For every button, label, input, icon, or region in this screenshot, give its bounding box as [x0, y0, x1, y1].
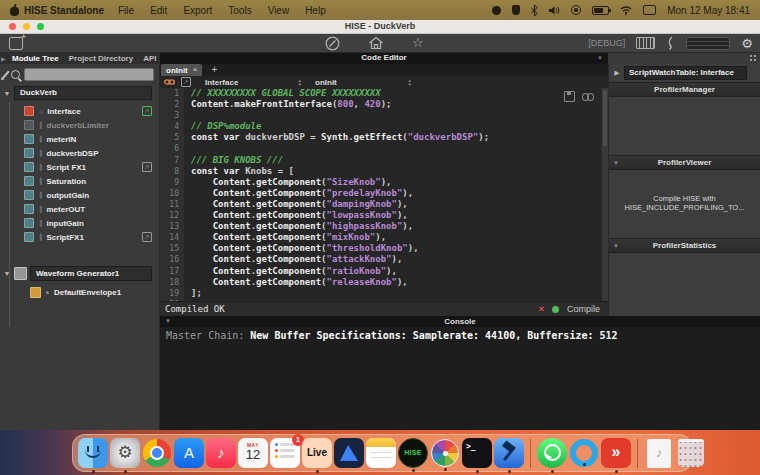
- dock-item-xcode[interactable]: [494, 438, 524, 468]
- dock-item-affinity-designer[interactable]: [334, 438, 364, 468]
- keyboard-icon[interactable]: [636, 37, 655, 49]
- tree-group-row[interactable]: ▼ Waveform Generator1: [0, 266, 159, 281]
- menu-export[interactable]: Export: [183, 5, 212, 16]
- tree-item-DefaultEnvelope1[interactable]: DefaultEnvelope1: [0, 285, 159, 300]
- callback-owner-select[interactable]: Interface ▴▾: [205, 78, 301, 87]
- shield-icon[interactable]: [512, 5, 520, 15]
- open-in-editor-icon[interactable]: ↗: [142, 232, 152, 242]
- tree-item-ScriptFX1[interactable]: ∥ScriptFX1↗: [0, 230, 159, 244]
- tree-item-meterOUT[interactable]: ∥meterOUT: [0, 202, 159, 216]
- dock-item-terminal[interactable]: >_: [462, 438, 492, 468]
- popout-icon[interactable]: ↗: [181, 77, 191, 87]
- code-line[interactable]: 7/// BIG KNOBS ///: [160, 155, 601, 166]
- tree-item-Script-FX1[interactable]: ∥Script FX1↗: [0, 160, 159, 174]
- dock-item-trash[interactable]: [678, 439, 704, 467]
- code-lines[interactable]: 1// XXXXXXXXX GLOBAL SCOPE XXXXXXXXX2Con…: [160, 88, 601, 302]
- tree-item-meterIN[interactable]: ∥meterIN: [0, 132, 159, 146]
- scrollbar-thumb[interactable]: [603, 90, 607, 146]
- code-editor-fold-icon[interactable]: ▼: [597, 55, 603, 61]
- tree-item-Interface[interactable]: ○Interface↗: [0, 104, 159, 118]
- bluetooth-icon[interactable]: [531, 5, 538, 16]
- dock-item-music-file[interactable]: ♪: [647, 439, 671, 468]
- dock-item-calendar[interactable]: MAY12: [238, 438, 268, 468]
- callback-select[interactable]: onInit ▴▾: [315, 78, 411, 87]
- favorites-icon[interactable]: ☆: [412, 36, 424, 50]
- display-icon[interactable]: [643, 5, 656, 15]
- code-line[interactable]: 18 Content.getComponent("releaseKnob"),: [160, 277, 601, 288]
- code-line[interactable]: 4// DSP%module: [160, 121, 601, 132]
- code-line[interactable]: 14 Content.getComponent("mixKnob"),: [160, 232, 601, 243]
- collapse-triangle-icon[interactable]: ▼: [0, 90, 14, 97]
- dock-item-color-wheel-app[interactable]: [431, 439, 459, 467]
- menu-app-name[interactable]: HISE Standalone: [24, 5, 104, 16]
- save-icon[interactable]: [564, 91, 575, 102]
- quill-icon[interactable]: [666, 36, 675, 50]
- dock-item-notes[interactable]: [366, 438, 396, 468]
- search-in-code-icon[interactable]: [582, 93, 594, 100]
- tree-item-duckverbLimiter[interactable]: ∥duckverbLimiter: [0, 118, 159, 132]
- search-icon[interactable]: [11, 70, 20, 79]
- editor-tab-oninit[interactable]: onInit ×: [161, 64, 202, 76]
- screen-record-icon[interactable]: [571, 5, 581, 15]
- code-line[interactable]: 2Content.makeFrontInterface(800, 420);: [160, 99, 601, 110]
- editor-scrollbar[interactable]: [601, 88, 608, 302]
- code-line[interactable]: 9 Content.getComponent("SizeKnob"),: [160, 177, 601, 188]
- dock-item-reminders[interactable]: 1: [270, 438, 300, 468]
- root-module-label[interactable]: DuckVerb: [14, 86, 152, 100]
- code-line[interactable]: 10 Content.getComponent("predelayKnob"),: [160, 188, 601, 199]
- console-fold-icon[interactable]: ▼: [165, 318, 171, 324]
- collapse-triangle-icon[interactable]: ▼: [0, 270, 14, 277]
- open-in-editor-icon[interactable]: ↗: [142, 162, 152, 172]
- collapsed-triangle-icon[interactable]: ▶: [610, 69, 624, 77]
- close-tab-icon[interactable]: ×: [193, 66, 198, 74]
- tab-api[interactable]: API: [143, 54, 156, 63]
- code-line[interactable]: 1// XXXXXXXXX GLOBAL SCOPE XXXXXXXXX: [160, 88, 601, 99]
- collapse-triangle-icon[interactable]: ▼: [613, 160, 619, 166]
- profiler-statistics-header[interactable]: ▼ ProfilerStatistics: [609, 238, 760, 253]
- code-line[interactable]: 13 Content.getComponent("highpassKnob"),: [160, 221, 601, 232]
- tree-search-input[interactable]: [24, 68, 154, 81]
- menubar-clock[interactable]: Mon 12 May 18:41: [667, 5, 750, 16]
- dock-item-app-store[interactable]: A: [174, 438, 204, 468]
- volume-icon[interactable]: [549, 6, 560, 15]
- wifi-icon[interactable]: [620, 6, 632, 15]
- code-line[interactable]: 15 Content.getComponent("thresholdKnob")…: [160, 243, 601, 254]
- dock-item-finder[interactable]: [78, 438, 108, 468]
- menu-tools[interactable]: Tools: [228, 5, 251, 16]
- add-tab-icon[interactable]: +: [211, 64, 217, 76]
- code-line[interactable]: 8const var Knobs = [: [160, 166, 601, 177]
- dock-item-hise[interactable]: HISE: [398, 438, 428, 468]
- console-output[interactable]: Master Chain: New Buffer Specifications:…: [160, 327, 760, 430]
- script-watch-table-row[interactable]: ▶ ScriptWatchTable: Interface: [610, 67, 747, 79]
- battery-icon[interactable]: [592, 6, 609, 15]
- dock-item-whatsapp[interactable]: [537, 438, 567, 468]
- tree-item-outputGain[interactable]: ∥outputGain: [0, 188, 159, 202]
- dock-item-system-settings[interactable]: ⚙: [110, 438, 140, 468]
- code-line[interactable]: 12 Content.getComponent("lowpassKnob"),: [160, 210, 601, 221]
- open-in-editor-icon[interactable]: ↗: [142, 106, 152, 116]
- link-icon[interactable]: [164, 78, 175, 86]
- code-line[interactable]: 6: [160, 143, 601, 154]
- goto-workspace-icon[interactable]: [325, 36, 340, 51]
- tree-item-Saturation[interactable]: ∥Saturation: [0, 174, 159, 188]
- dock-item-chrome[interactable]: [143, 439, 171, 467]
- dock-item-music[interactable]: ♪: [206, 438, 236, 468]
- compile-button[interactable]: Compile: [567, 304, 600, 314]
- dock-item-red-chevron-app[interactable]: »: [601, 438, 631, 468]
- tree-item-inputGain[interactable]: ∥inputGain: [0, 216, 159, 230]
- settings-gear-icon[interactable]: ⚙: [741, 37, 753, 50]
- menu-file[interactable]: File: [118, 5, 134, 16]
- code-line[interactable]: 17 Content.getComponent("ratioKnob"),: [160, 266, 601, 277]
- add-workspace-icon[interactable]: [9, 37, 23, 50]
- menu-edit[interactable]: Edit: [150, 5, 167, 16]
- profiler-manager-header[interactable]: ProfilerManager: [609, 82, 760, 97]
- dock-item-ableton-live[interactable]: Live: [302, 438, 332, 468]
- code-line[interactable]: 11 Content.getComponent("dampingKnob"),: [160, 199, 601, 210]
- apple-menu-icon[interactable]: [10, 4, 20, 16]
- drag-grid-icon[interactable]: [749, 54, 756, 61]
- menu-view[interactable]: View: [268, 5, 290, 16]
- code-line[interactable]: 19];: [160, 288, 601, 299]
- tree-root-row[interactable]: ▼ DuckVerb: [0, 86, 159, 100]
- menu-help[interactable]: Help: [305, 5, 326, 16]
- home-workspace-icon[interactable]: [368, 36, 384, 50]
